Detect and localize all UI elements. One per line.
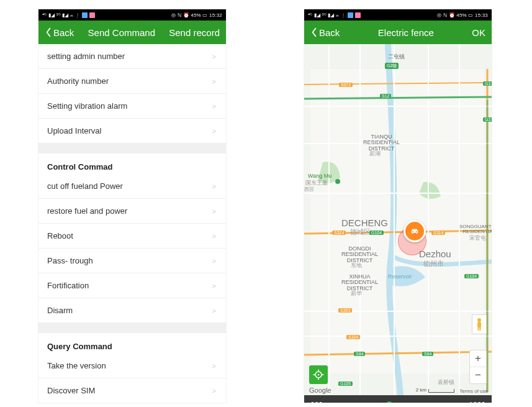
slider-min-label: 200 (310, 401, 323, 403)
map-label-reservoir: Reservoir (388, 274, 412, 280)
locate-button[interactable] (309, 365, 328, 384)
status-left: ⁴ᴳ ▮◢ ³ᴳ ▮◢ ⏛ ⋮ (42, 12, 80, 18)
row-label: Take the version (47, 361, 106, 370)
row-label: restore fuel and power (47, 206, 127, 216)
svg-rect-5 (480, 327, 481, 331)
row-label: Upload Interval (47, 126, 101, 135)
row-upload-interval[interactable]: Upload Interval > (38, 119, 226, 144)
map-label: 新湖 (369, 151, 381, 157)
chevron-right-icon: > (212, 282, 216, 290)
map-label-tianqu: TIANQU RESIDENTIAL DISTRICT (363, 134, 400, 152)
map-label-dongdi: DONGDI RESIDENTIAL DISTRICT (341, 246, 378, 263)
back-label: Back (319, 27, 340, 38)
map-background (304, 44, 492, 395)
road-shield: S12 (380, 94, 391, 98)
back-button[interactable]: Back (45, 27, 74, 38)
zoom-in-button[interactable]: + (470, 350, 486, 367)
status-left: ⁴ᴳ ▮◢ ³ᴳ ▮◢ ⏛ ⋮ (308, 12, 346, 18)
road-shield: S84 (354, 352, 365, 356)
svg-rect-4 (478, 327, 479, 331)
map-label-decheng: DECHENG (341, 218, 388, 228)
road-shield: S353 (338, 308, 352, 313)
back-label: Back (53, 27, 74, 38)
road-shield: S324 (346, 335, 360, 339)
chevron-right-icon: > (212, 257, 216, 265)
svg-point-7 (318, 374, 320, 376)
row-setting-admin-number[interactable]: setting admin number > (38, 44, 226, 69)
row-discover-sim[interactable]: Discover SIM > (38, 378, 226, 403)
phone-electric-fence: ⁴ᴳ ▮◢ ³ᴳ ▮◢ ⏛ ⋮ ◎ ℕ ⏰ 45% ▭ 15:33 Back E… (304, 9, 492, 403)
row-authority-number[interactable]: Authority number > (38, 69, 226, 94)
status-squares (89, 12, 95, 18)
section-gap (38, 323, 226, 333)
road-shield: G3 (483, 117, 492, 122)
chevron-right-icon: > (212, 387, 216, 395)
row-cut-off-fuel-power[interactable]: cut off fueland Power > (38, 174, 226, 199)
status-squares (348, 12, 353, 18)
page-title: Send Command (88, 27, 155, 38)
map[interactable]: 二屯镇 TIANQU RESIDENTIAL DISTRICT 新湖 Wang … (304, 44, 492, 395)
zoom-control: + − (469, 350, 487, 384)
chevron-right-icon: > (212, 232, 216, 240)
chevron-right-icon: > (212, 53, 216, 60)
send-record-button[interactable]: Send record (169, 27, 220, 38)
row-label: Fortification (47, 281, 89, 290)
map-label: 新华 (351, 291, 362, 296)
map-label: 宋官屯 (469, 236, 486, 241)
road-shield: S84 (422, 352, 433, 356)
map-label-songguantun: SONGGUANTUN RESIDENTIAL (459, 224, 492, 235)
row-setting-vibration-alarm[interactable]: Setting vibration alarm > (38, 94, 226, 119)
phone-send-command: ⁴ᴳ ▮◢ ³ᴳ ▮◢ ⏛ ⋮ ◎ ℕ ⏰ 45% ▭ 15:32 Back S… (38, 9, 226, 403)
road-shield: G104 (464, 274, 479, 278)
road-shield: G2德 (385, 63, 399, 69)
radius-slider: 200 1000 (304, 395, 492, 403)
chevron-right-icon: > (212, 183, 216, 190)
back-button[interactable]: Back (310, 27, 340, 38)
row-take-version[interactable]: Take the version > (38, 354, 226, 378)
row-label: Pass- trough (47, 256, 93, 265)
ok-button[interactable]: OK (472, 27, 485, 38)
command-list: setting admin number > Authority number … (38, 44, 226, 403)
road-shield: S072 (339, 83, 353, 87)
status-squares (355, 12, 361, 18)
map-label: 袁桥镇 (438, 380, 454, 385)
slider-track[interactable] (329, 399, 462, 403)
google-logo: Google (309, 386, 331, 394)
car-icon (410, 226, 420, 236)
scale-bar-line (428, 389, 454, 393)
map-label: 东地 (351, 263, 362, 268)
row-label: Discover SIM (47, 386, 95, 395)
zoom-out-button[interactable]: − (470, 367, 486, 383)
crosshair-icon (312, 368, 325, 381)
chevron-right-icon: > (212, 78, 216, 85)
slider-thumb[interactable] (385, 401, 393, 403)
row-disarm[interactable]: Disarm > (38, 298, 226, 323)
map-label-xinhua: XINHUA RESIDENTIAL DISTRICT (341, 274, 378, 291)
chevron-right-icon: > (212, 362, 216, 370)
vehicle-marker[interactable] (404, 220, 426, 242)
section-gap (38, 144, 226, 153)
road-shield: G104 (369, 231, 384, 235)
row-restore-fuel-power[interactable]: restore fuel and power > (38, 199, 226, 224)
park-icon (335, 179, 340, 184)
row-label: Setting vibration alarm (47, 101, 127, 111)
terms-link[interactable]: Terms of use (459, 388, 488, 394)
map-label-wangmu: Wang Mu (308, 173, 331, 179)
pegman-streetview[interactable] (472, 314, 487, 334)
map-label: 国东王墓 (305, 180, 328, 186)
chevron-right-icon: > (212, 208, 216, 215)
section-header-control: Control Commad (38, 153, 226, 174)
row-pass-through[interactable]: Pass- trough > (38, 249, 226, 273)
status-right: ◎ ℕ ⏰ 45% ▭ 15:32 (171, 12, 222, 18)
svg-rect-3 (477, 322, 481, 327)
status-right: ◎ ℕ ⏰ 45% ▭ 15:33 (437, 12, 488, 18)
road-shield: G105 (338, 382, 353, 386)
chevron-right-icon: > (212, 127, 216, 135)
chevron-right-icon: > (212, 103, 216, 110)
svg-rect-1 (310, 69, 484, 373)
chevron-right-icon: > (212, 307, 216, 314)
row-label: setting admin number (47, 52, 125, 61)
section-header-query: Query Command (38, 333, 226, 354)
row-fortification[interactable]: Fortification > (38, 273, 226, 298)
row-reboot[interactable]: Reboot > (38, 224, 226, 249)
